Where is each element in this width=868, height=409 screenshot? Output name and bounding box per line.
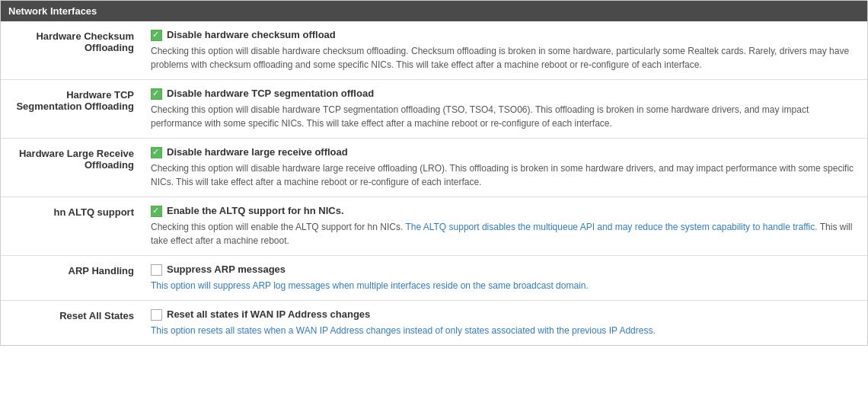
network-interfaces-panel: Network Interfaces Hardware ChecksumOffl…	[0, 0, 868, 346]
checkbox-row-hardware-large-receive[interactable]: Disable hardware large receive offload	[151, 146, 860, 158]
panel-header: Network Interfaces	[1, 1, 867, 21]
checkbox-row-hardware-checksum[interactable]: Disable hardware checksum offload	[151, 29, 860, 41]
description-reset-all-states: This option resets all states when a WAN…	[151, 324, 860, 337]
checkbox-label-reset-all-states: Reset all states if WAN IP Address chang…	[167, 308, 370, 320]
description-hardware-large-receive: Checking this option will disable hardwa…	[151, 161, 860, 189]
setting-label-reset-all-states: Reset All States	[1, 301, 142, 346]
checkbox-row-hn-altq[interactable]: Enable the ALTQ support for hn NICs.	[151, 205, 860, 217]
table-row: Hardware Large ReceiveOffloadingDisable …	[1, 139, 867, 197]
setting-content-hn-altq: Enable the ALTQ support for hn NICs.Chec…	[142, 197, 867, 256]
setting-label-arp-handling: ARP Handling	[1, 256, 142, 301]
panel-body: Hardware ChecksumOffloadingDisable hardw…	[1, 21, 867, 345]
panel-title: Network Interfaces	[8, 5, 97, 17]
description-hn-altq: Checking this option will enable the ALT…	[151, 220, 860, 248]
checkbox-checked-hardware-large-receive[interactable]	[151, 147, 162, 158]
checkbox-unchecked-arp-handling[interactable]	[151, 264, 162, 276]
setting-label-hn-altq: hn ALTQ support	[1, 197, 142, 256]
setting-content-reset-all-states: Reset all states if WAN IP Address chang…	[142, 301, 867, 346]
description-arp-handling: This option will suppress ARP log messag…	[151, 279, 860, 292]
settings-table: Hardware ChecksumOffloadingDisable hardw…	[1, 21, 867, 345]
checkbox-label-hn-altq: Enable the ALTQ support for hn NICs.	[167, 205, 344, 216]
table-row: Hardware ChecksumOffloadingDisable hardw…	[1, 21, 867, 80]
checkbox-label-arp-handling: Suppress ARP messages	[167, 264, 286, 275]
table-row: Hardware TCPSegmentation OffloadingDisab…	[1, 80, 867, 139]
checkbox-checked-hardware-checksum[interactable]	[151, 30, 162, 41]
setting-label-hardware-large-receive: Hardware Large ReceiveOffloading	[1, 139, 142, 197]
table-row: hn ALTQ supportEnable the ALTQ support f…	[1, 197, 867, 256]
description-hardware-tcp: Checking this option will disable hardwa…	[151, 103, 860, 130]
setting-label-hardware-tcp: Hardware TCPSegmentation Offloading	[1, 80, 142, 139]
setting-content-arp-handling: Suppress ARP messagesThis option will su…	[142, 256, 867, 301]
table-row: Reset All StatesReset all states if WAN …	[1, 301, 867, 346]
checkbox-label-hardware-checksum: Disable hardware checksum offload	[167, 29, 336, 40]
setting-content-hardware-large-receive: Disable hardware large receive offloadCh…	[142, 139, 867, 197]
setting-content-hardware-tcp: Disable hardware TCP segmentation offloa…	[142, 80, 867, 139]
table-row: ARP HandlingSuppress ARP messagesThis op…	[1, 256, 867, 301]
description-hardware-checksum: Checking this option will disable hardwa…	[151, 44, 860, 72]
checkbox-label-hardware-tcp: Disable hardware TCP segmentation offloa…	[167, 88, 374, 99]
checkbox-checked-hardware-tcp[interactable]	[151, 88, 162, 100]
setting-content-hardware-checksum: Disable hardware checksum offloadCheckin…	[142, 21, 867, 80]
checkbox-label-hardware-large-receive: Disable hardware large receive offload	[167, 146, 348, 158]
checkbox-unchecked-reset-all-states[interactable]	[151, 309, 162, 321]
checkbox-row-hardware-tcp[interactable]: Disable hardware TCP segmentation offloa…	[151, 88, 860, 100]
setting-label-hardware-checksum: Hardware ChecksumOffloading	[1, 21, 142, 80]
checkbox-row-arp-handling[interactable]: Suppress ARP messages	[151, 264, 860, 276]
checkbox-checked-hn-altq[interactable]	[151, 206, 162, 217]
checkbox-row-reset-all-states[interactable]: Reset all states if WAN IP Address chang…	[151, 308, 860, 321]
